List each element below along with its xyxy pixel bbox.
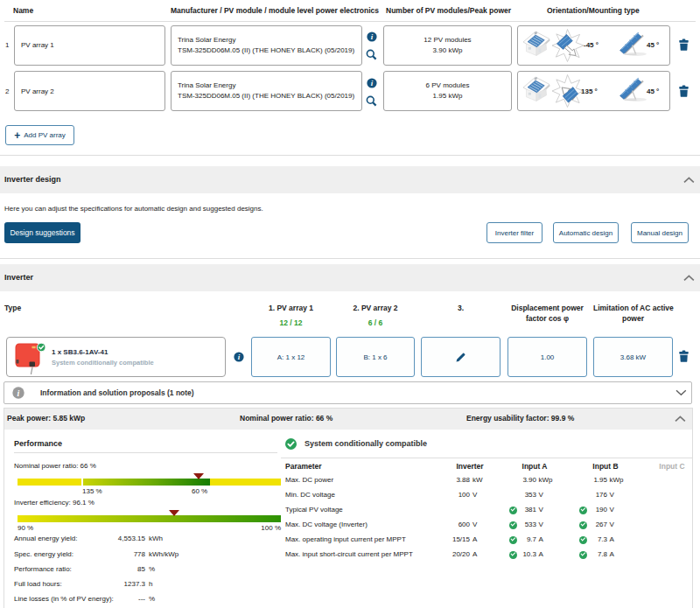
svg-text:i: i [18, 388, 20, 398]
